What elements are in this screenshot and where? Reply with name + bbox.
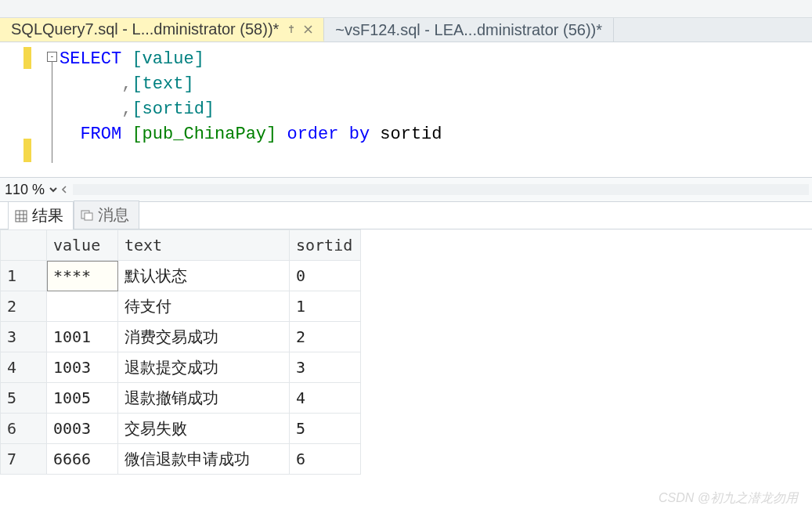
code-line[interactable]: ,[text] <box>60 72 442 97</box>
results-grid-region: value text sortid 1****默认状态02待支付131001消费… <box>0 229 812 475</box>
tab-results-label: 结果 <box>32 205 63 226</box>
cell-text[interactable]: 微信退款申请成功 <box>118 444 290 475</box>
toolbar-strip <box>0 0 812 18</box>
grid-corner[interactable] <box>1 230 47 261</box>
code-token: SELECT <box>60 49 132 69</box>
zoom-bar: 110 % <box>0 178 812 202</box>
table-row[interactable]: 1****默认状态0 <box>1 261 361 291</box>
code-token: , <box>121 74 132 94</box>
code-token: [value] <box>132 49 204 69</box>
zoom-value[interactable]: 110 % <box>5 182 45 198</box>
sql-editor[interactable]: - SELECT [value] ,[text] ,[sortid] FROM … <box>0 42 812 178</box>
column-header-value[interactable]: value <box>47 230 118 261</box>
file-tab-label: ~vsF124.sql - LEA...dministrator (56))* <box>335 21 602 39</box>
pin-icon[interactable] <box>287 24 296 34</box>
cell-value[interactable]: 1001 <box>47 322 118 352</box>
table-row[interactable]: 31001消费交易成功2 <box>1 322 361 352</box>
scroll-left-icon[interactable] <box>59 184 70 195</box>
cell-value[interactable]: **** <box>47 261 118 291</box>
code-token: FROM <box>60 125 132 144</box>
tab-results[interactable]: 结果 <box>8 201 74 229</box>
code-token <box>60 74 121 94</box>
cell-value[interactable]: 6666 <box>47 444 118 475</box>
table-row[interactable]: 60003交易失败5 <box>1 414 361 444</box>
close-icon[interactable] <box>304 25 312 34</box>
column-header-text[interactable]: text <box>118 230 290 261</box>
code-token: [text] <box>132 74 193 94</box>
cell-text[interactable]: 退款提交成功 <box>118 352 290 383</box>
cell-text[interactable]: 交易失败 <box>118 414 290 444</box>
cell-value[interactable]: 0003 <box>47 414 118 444</box>
messages-icon <box>81 209 93 222</box>
column-header-sortid[interactable]: sortid <box>290 230 361 261</box>
row-number[interactable]: 7 <box>1 444 47 475</box>
cell-sortid[interactable]: 2 <box>290 322 361 352</box>
code-token: [sortid] <box>132 99 215 119</box>
cell-text[interactable]: 默认状态 <box>118 261 290 291</box>
code-token: , <box>121 99 132 119</box>
cell-text[interactable]: 退款撤销成功 <box>118 383 290 414</box>
cell-text[interactable]: 消费交易成功 <box>118 322 290 352</box>
grid-icon <box>15 210 27 222</box>
cell-text[interactable]: 待支付 <box>118 291 290 322</box>
cell-sortid[interactable]: 6 <box>290 444 361 475</box>
table-row[interactable]: 51005退款撤销成功4 <box>1 383 361 414</box>
table-row[interactable]: 41003退款提交成功3 <box>1 352 361 383</box>
tab-messages[interactable]: 消息 <box>74 201 139 229</box>
code-token <box>60 99 121 119</box>
cell-value[interactable] <box>47 291 118 322</box>
watermark: CSDN @初九之潜龙勿用 <box>659 490 798 507</box>
code-token: [pub_ChinaPay] <box>132 125 276 144</box>
change-indicator <box>23 139 31 162</box>
row-number[interactable]: 4 <box>1 352 47 383</box>
results-grid[interactable]: value text sortid 1****默认状态02待支付131001消费… <box>0 229 361 475</box>
row-number[interactable]: 1 <box>1 261 47 291</box>
row-number[interactable]: 2 <box>1 291 47 322</box>
file-tab-active[interactable]: SQLQuery7.sql - L...dministrator (58))* <box>0 18 324 42</box>
cell-sortid[interactable]: 4 <box>290 383 361 414</box>
cell-sortid[interactable]: 3 <box>290 352 361 383</box>
horizontal-scrollbar[interactable] <box>73 184 809 195</box>
code-line[interactable]: ,[sortid] <box>60 97 442 122</box>
change-indicator <box>23 47 31 69</box>
cell-sortid[interactable]: 1 <box>290 291 361 322</box>
svg-rect-0 <box>16 211 27 222</box>
svg-rect-2 <box>85 213 92 220</box>
row-number[interactable]: 3 <box>1 322 47 352</box>
code-token <box>276 125 287 144</box>
code-token: order by <box>287 125 370 144</box>
zoom-dropdown[interactable] <box>48 184 59 195</box>
cell-sortid[interactable]: 0 <box>290 261 361 291</box>
file-tab-bar: SQLQuery7.sql - L...dministrator (58))* … <box>0 18 812 42</box>
file-tab-label: SQLQuery7.sql - L...dministrator (58))* <box>11 20 279 38</box>
file-tab-inactive[interactable]: ~vsF124.sql - LEA...dministrator (56))* <box>324 18 614 42</box>
row-number[interactable]: 5 <box>1 383 47 414</box>
results-tab-bar: 结果 消息 <box>0 202 812 229</box>
row-number[interactable]: 6 <box>1 414 47 444</box>
code-line[interactable]: FROM [pub_ChinaPay] order by sortid <box>60 122 442 147</box>
cell-value[interactable]: 1005 <box>47 383 118 414</box>
table-row[interactable]: 2待支付1 <box>1 291 361 322</box>
table-row[interactable]: 76666微信退款申请成功6 <box>1 444 361 475</box>
fold-guide <box>52 61 52 163</box>
code-line[interactable]: SELECT [value] <box>60 47 442 72</box>
cell-value[interactable]: 1003 <box>47 352 118 383</box>
tab-messages-label: 消息 <box>98 204 129 226</box>
cell-sortid[interactable]: 5 <box>290 414 361 444</box>
code-content[interactable]: SELECT [value] ,[text] ,[sortid] FROM [p… <box>60 47 442 147</box>
code-token: sortid <box>370 125 442 144</box>
